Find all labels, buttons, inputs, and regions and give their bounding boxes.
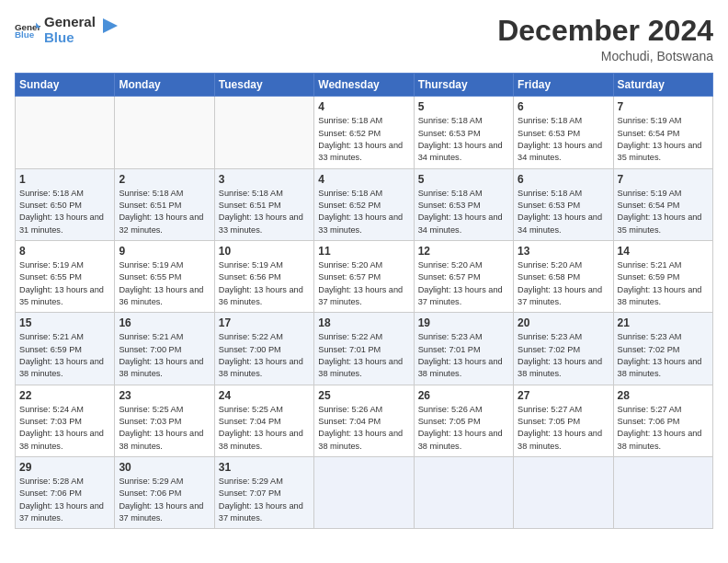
col-saturday: Saturday bbox=[613, 74, 712, 97]
sunrise-label: Sunrise: 5:18 AM bbox=[418, 189, 483, 198]
sunrise-label: Sunrise: 5:28 AM bbox=[19, 477, 84, 486]
table-row: 6 Sunrise: 5:18 AM Sunset: 6:53 PM Dayli… bbox=[514, 97, 613, 168]
day-number: 28 bbox=[618, 389, 709, 402]
table-row: 19 Sunrise: 5:23 AM Sunset: 7:01 PM Dayl… bbox=[414, 313, 513, 385]
day-info: Sunrise: 5:19 AM Sunset: 6:56 PM Dayligh… bbox=[219, 259, 310, 308]
sunrise-label: Sunrise: 5:26 AM bbox=[418, 405, 483, 414]
sunset-label: Sunset: 7:03 PM bbox=[19, 417, 82, 426]
table-row bbox=[314, 457, 414, 529]
sunrise-label: Sunrise: 5:24 AM bbox=[19, 405, 84, 414]
sunrise-label: Sunrise: 5:18 AM bbox=[318, 116, 382, 125]
day-number: 9 bbox=[119, 245, 210, 258]
daylight-label: Daylight: 13 hours and 38 minutes. bbox=[19, 357, 104, 378]
sunset-label: Sunset: 6:51 PM bbox=[119, 201, 181, 210]
daylight-label: Daylight: 13 hours and 37 minutes. bbox=[219, 501, 303, 523]
col-tuesday: Tuesday bbox=[214, 74, 313, 97]
daylight-label: Daylight: 13 hours and 38 minutes. bbox=[119, 429, 203, 450]
day-info: Sunrise: 5:27 AM Sunset: 7:06 PM Dayligh… bbox=[618, 404, 709, 453]
logo-icon: General Blue bbox=[15, 21, 40, 40]
daylight-label: Daylight: 13 hours and 33 minutes. bbox=[318, 213, 403, 234]
sunrise-label: Sunrise: 5:21 AM bbox=[19, 332, 84, 341]
table-row: 26 Sunrise: 5:26 AM Sunset: 7:05 PM Dayl… bbox=[414, 385, 513, 456]
daylight-label: Daylight: 13 hours and 34 minutes. bbox=[518, 141, 602, 162]
sunset-label: Sunset: 6:52 PM bbox=[318, 201, 381, 210]
table-row: 13 Sunrise: 5:20 AM Sunset: 6:58 PM Dayl… bbox=[514, 240, 613, 312]
sunrise-label: Sunrise: 5:19 AM bbox=[618, 189, 682, 198]
sunset-label: Sunset: 7:03 PM bbox=[119, 417, 181, 426]
day-number: 12 bbox=[418, 245, 509, 258]
day-info: Sunrise: 5:20 AM Sunset: 6:57 PM Dayligh… bbox=[418, 259, 509, 308]
day-info: Sunrise: 5:18 AM Sunset: 6:53 PM Dayligh… bbox=[518, 115, 609, 164]
sunset-label: Sunset: 6:56 PM bbox=[219, 272, 281, 282]
sunset-label: Sunset: 6:59 PM bbox=[618, 272, 680, 282]
daylight-label: Daylight: 13 hours and 34 minutes. bbox=[418, 141, 503, 162]
sunrise-label: Sunrise: 5:18 AM bbox=[418, 116, 483, 125]
sunset-label: Sunset: 6:51 PM bbox=[219, 201, 281, 210]
table-row: 11 Sunrise: 5:20 AM Sunset: 6:57 PM Dayl… bbox=[314, 240, 414, 312]
sunset-label: Sunset: 6:59 PM bbox=[19, 345, 82, 354]
sunset-label: Sunset: 7:04 PM bbox=[219, 417, 281, 426]
table-row: 9 Sunrise: 5:19 AM Sunset: 6:55 PM Dayli… bbox=[115, 240, 214, 312]
daylight-label: Daylight: 13 hours and 38 minutes. bbox=[618, 357, 702, 378]
table-row: 20 Sunrise: 5:23 AM Sunset: 7:02 PM Dayl… bbox=[514, 313, 613, 385]
sunset-label: Sunset: 7:00 PM bbox=[119, 345, 181, 354]
svg-text:Blue: Blue bbox=[15, 29, 35, 40]
daylight-label: Daylight: 13 hours and 37 minutes. bbox=[418, 285, 503, 306]
day-number: 2 bbox=[119, 173, 210, 186]
day-number: 17 bbox=[219, 316, 310, 329]
table-row: 10 Sunrise: 5:19 AM Sunset: 6:56 PM Dayl… bbox=[214, 240, 313, 312]
daylight-label: Daylight: 13 hours and 38 minutes. bbox=[318, 429, 403, 450]
day-number: 6 bbox=[518, 100, 609, 113]
table-row: 25 Sunrise: 5:26 AM Sunset: 7:04 PM Dayl… bbox=[314, 385, 414, 456]
daylight-label: Daylight: 13 hours and 36 minutes. bbox=[219, 285, 303, 306]
table-row: 22 Sunrise: 5:24 AM Sunset: 7:03 PM Dayl… bbox=[16, 385, 115, 456]
table-row: 4 Sunrise: 5:18 AM Sunset: 6:52 PM Dayli… bbox=[314, 168, 414, 240]
page-header: General Blue General Blue December 2024 … bbox=[15, 15, 713, 63]
col-wednesday: Wednesday bbox=[314, 74, 414, 97]
table-row: 8 Sunrise: 5:19 AM Sunset: 6:55 PM Dayli… bbox=[16, 240, 115, 312]
day-number: 15 bbox=[19, 316, 110, 329]
day-number: 24 bbox=[219, 389, 310, 402]
calendar-header-row: Sunday Monday Tuesday Wednesday Thursday… bbox=[16, 74, 713, 97]
sunset-label: Sunset: 6:53 PM bbox=[418, 201, 481, 210]
table-row bbox=[514, 457, 613, 529]
sunrise-label: Sunrise: 5:20 AM bbox=[518, 260, 582, 270]
calendar-week-row: 1 Sunrise: 5:18 AM Sunset: 6:50 PM Dayli… bbox=[16, 168, 713, 240]
table-row: 16 Sunrise: 5:21 AM Sunset: 7:00 PM Dayl… bbox=[115, 313, 214, 385]
day-info: Sunrise: 5:21 AM Sunset: 7:00 PM Dayligh… bbox=[119, 331, 210, 380]
day-number: 13 bbox=[518, 245, 609, 258]
day-number: 21 bbox=[618, 316, 709, 329]
calendar-week-row: 22 Sunrise: 5:24 AM Sunset: 7:03 PM Dayl… bbox=[16, 385, 713, 456]
day-info: Sunrise: 5:19 AM Sunset: 6:54 PM Dayligh… bbox=[618, 115, 709, 164]
day-number: 7 bbox=[618, 100, 709, 113]
sunset-label: Sunset: 6:52 PM bbox=[318, 129, 381, 138]
day-number: 18 bbox=[318, 316, 409, 329]
sunset-label: Sunset: 7:02 PM bbox=[518, 345, 580, 354]
table-row bbox=[414, 457, 513, 529]
day-number: 23 bbox=[119, 389, 210, 402]
table-row: 6 Sunrise: 5:18 AM Sunset: 6:53 PM Dayli… bbox=[514, 168, 613, 240]
sunset-label: Sunset: 6:54 PM bbox=[618, 201, 680, 210]
sunrise-label: Sunrise: 5:18 AM bbox=[19, 189, 84, 198]
table-row bbox=[16, 97, 115, 168]
location-text: Mochudi, Botswana bbox=[497, 49, 713, 63]
daylight-label: Daylight: 13 hours and 38 minutes. bbox=[618, 429, 702, 450]
table-row: 12 Sunrise: 5:20 AM Sunset: 6:57 PM Dayl… bbox=[414, 240, 513, 312]
day-info: Sunrise: 5:19 AM Sunset: 6:55 PM Dayligh… bbox=[19, 259, 110, 308]
sunset-label: Sunset: 6:54 PM bbox=[618, 129, 680, 138]
table-row: 21 Sunrise: 5:23 AM Sunset: 7:02 PM Dayl… bbox=[613, 313, 712, 385]
col-friday: Friday bbox=[514, 74, 613, 97]
day-info: Sunrise: 5:20 AM Sunset: 6:57 PM Dayligh… bbox=[318, 259, 409, 308]
day-number: 20 bbox=[518, 316, 609, 329]
daylight-label: Daylight: 13 hours and 37 minutes. bbox=[518, 285, 602, 306]
col-sunday: Sunday bbox=[16, 74, 115, 97]
sunrise-label: Sunrise: 5:27 AM bbox=[618, 405, 682, 414]
svg-marker-3 bbox=[103, 18, 118, 33]
day-number: 25 bbox=[318, 389, 409, 402]
daylight-label: Daylight: 13 hours and 35 minutes. bbox=[19, 285, 104, 306]
sunset-label: Sunset: 7:01 PM bbox=[318, 345, 381, 354]
col-monday: Monday bbox=[115, 74, 214, 97]
day-info: Sunrise: 5:22 AM Sunset: 7:01 PM Dayligh… bbox=[318, 331, 409, 380]
day-info: Sunrise: 5:18 AM Sunset: 6:53 PM Dayligh… bbox=[418, 115, 509, 164]
sunset-label: Sunset: 6:55 PM bbox=[19, 272, 82, 282]
